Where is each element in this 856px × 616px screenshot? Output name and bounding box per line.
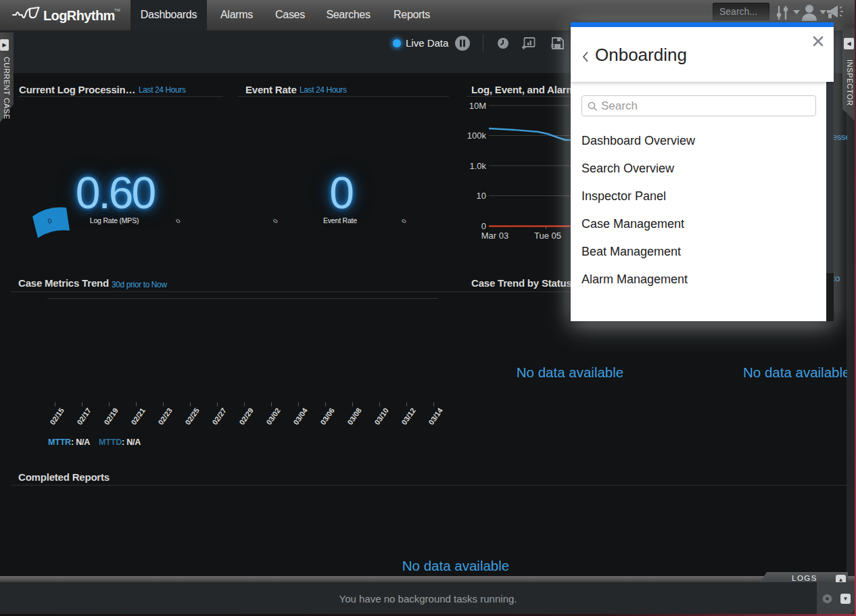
svg-text:1.0k: 1.0k <box>469 161 486 171</box>
svg-text:Tue 05: Tue 05 <box>534 231 561 241</box>
svg-text:0: 0 <box>481 221 486 231</box>
svg-text:10: 10 <box>477 191 486 201</box>
svg-text:Mar 03: Mar 03 <box>481 231 508 241</box>
svg-text:100k: 100k <box>467 131 487 141</box>
svg-text:10M: 10M <box>469 101 486 111</box>
